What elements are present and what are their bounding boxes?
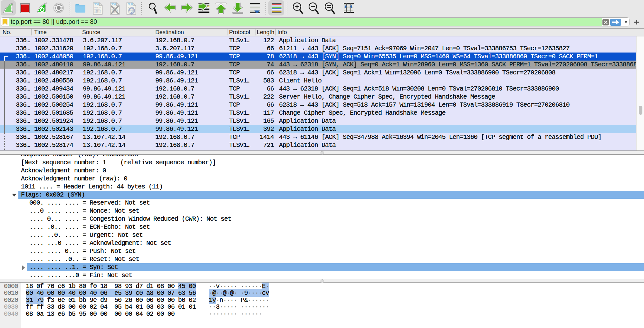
svg-text:01101: 01101: [94, 9, 101, 11]
svg-text:01110: 01110: [94, 11, 101, 14]
svg-text:01010: 01010: [94, 7, 101, 9]
